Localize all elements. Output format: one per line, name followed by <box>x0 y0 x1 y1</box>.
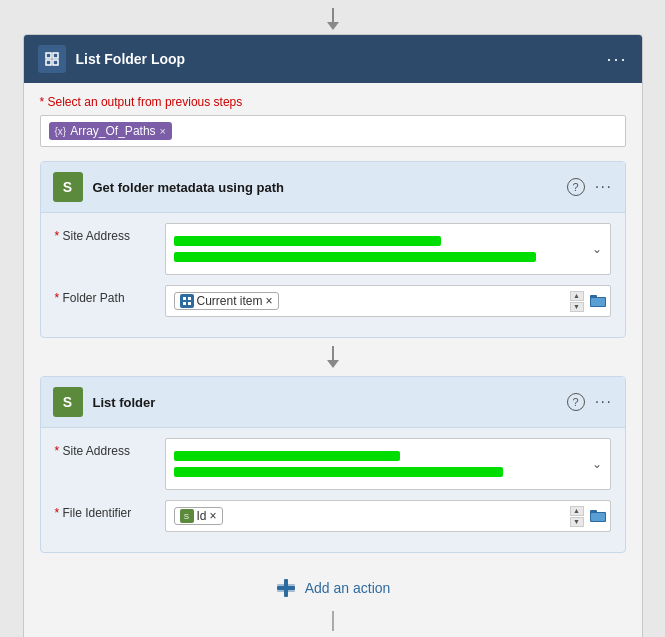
id-token-close[interactable]: × <box>210 509 217 523</box>
loop-title: List Folder Loop <box>76 51 607 67</box>
site-address-dropdown-arrow[interactable]: ⌄ <box>592 242 602 256</box>
token-close-button[interactable]: × <box>160 125 166 137</box>
add-action-section: Add an action <box>24 553 642 607</box>
folder-path-row: Folder Path Current item × ▲ ▼ <box>55 285 611 317</box>
add-action-icon <box>275 577 297 599</box>
file-identifier-row: File Identifier S Id × ▲ ▼ <box>55 500 611 532</box>
folder-path-stepper[interactable]: ▲ ▼ <box>570 291 584 312</box>
folder-path-label: Folder Path <box>55 285 165 305</box>
loop-header: List Folder Loop ··· <box>24 35 642 83</box>
id-token: S Id × <box>174 507 223 525</box>
svg-rect-9 <box>188 302 191 305</box>
list-site-address-label: Site Address <box>55 438 165 458</box>
token-input[interactable]: {x} Array_Of_Paths × <box>40 115 626 147</box>
list-folder-block: S List folder ? ··· Site Address <box>40 376 626 553</box>
current-item-token: Current item × <box>174 292 279 310</box>
svg-rect-6 <box>183 297 186 300</box>
bottom-connector <box>24 607 642 635</box>
file-identifier-input[interactable]: S Id × ▲ ▼ <box>165 500 611 532</box>
list-site-dropdown-arrow[interactable]: ⌄ <box>592 457 602 471</box>
site-address-row: Site Address ⌄ <box>55 223 611 275</box>
get-folder-help-button[interactable]: ? <box>567 178 585 196</box>
add-action-label: Add an action <box>305 580 391 596</box>
get-folder-header-icons: ? ··· <box>567 178 613 196</box>
middle-connector-arrow <box>24 338 642 376</box>
list-folder-body: Site Address ⌄ File Identifier <box>41 428 625 552</box>
top-connector-arrow <box>324 0 342 34</box>
list-folder-menu-button[interactable]: ··· <box>595 393 613 411</box>
stepper-up[interactable]: ▲ <box>570 291 584 301</box>
site-address-label: Site Address <box>55 223 165 243</box>
folder-path-input[interactable]: Current item × ▲ ▼ <box>165 285 611 317</box>
select-output-section: Select an output from previous steps {x}… <box>24 83 642 161</box>
file-identifier-label: File Identifier <box>55 500 165 520</box>
svg-rect-12 <box>591 298 605 306</box>
svg-rect-3 <box>53 53 58 58</box>
svg-rect-8 <box>183 302 186 305</box>
svg-rect-5 <box>53 60 58 65</box>
id-token-icon: S <box>180 509 194 523</box>
svg-rect-2 <box>46 53 51 58</box>
get-folder-metadata-block: S Get folder metadata using path ? ··· S… <box>40 161 626 338</box>
page-wrapper: List Folder Loop ··· Select an output fr… <box>0 0 665 637</box>
file-id-stepper[interactable]: ▲ ▼ <box>570 506 584 527</box>
stepper-down[interactable]: ▼ <box>570 302 584 312</box>
svg-rect-7 <box>188 297 191 300</box>
get-folder-menu-button[interactable]: ··· <box>595 178 613 196</box>
loop-container: List Folder Loop ··· Select an output fr… <box>23 34 643 637</box>
current-item-token-icon <box>180 294 194 308</box>
loop-menu-button[interactable]: ··· <box>606 49 627 70</box>
list-folder-help-button[interactable]: ? <box>567 393 585 411</box>
token-fx-icon: {x} <box>55 126 67 137</box>
get-folder-header: S Get folder metadata using path ? ··· <box>41 162 625 213</box>
svg-rect-21 <box>284 579 288 597</box>
current-item-label: Current item <box>197 294 263 308</box>
list-site-redacted-2 <box>174 467 504 477</box>
token-label: Array_Of_Paths <box>70 124 155 138</box>
svg-rect-4 <box>46 60 51 65</box>
list-site-address-input[interactable]: ⌄ <box>165 438 611 490</box>
list-folder-header-icons: ? ··· <box>567 393 613 411</box>
svg-marker-14 <box>327 360 339 368</box>
add-action-button[interactable]: Add an action <box>275 577 391 599</box>
get-folder-title: Get folder metadata using path <box>93 180 567 195</box>
site-address-input[interactable]: ⌄ <box>165 223 611 275</box>
file-id-browse-button[interactable] <box>590 508 606 525</box>
svg-marker-1 <box>327 22 339 30</box>
list-folder-title: List folder <box>93 395 567 410</box>
array-of-paths-token[interactable]: {x} Array_Of_Paths × <box>49 122 173 140</box>
list-folder-header: S List folder ? ··· <box>41 377 625 428</box>
site-address-redacted-2 <box>174 252 537 262</box>
bottom-vline <box>332 611 334 631</box>
loop-header-icon <box>38 45 66 73</box>
list-site-redacted-1 <box>174 451 401 461</box>
file-id-stepper-down[interactable]: ▼ <box>570 517 584 527</box>
file-id-stepper-up[interactable]: ▲ <box>570 506 584 516</box>
list-site-address-row: Site Address ⌄ <box>55 438 611 490</box>
id-token-label: Id <box>197 509 207 523</box>
folder-browse-button[interactable] <box>590 293 606 310</box>
svg-rect-17 <box>591 513 605 521</box>
select-output-label: Select an output from previous steps <box>40 95 626 109</box>
list-folder-icon: S <box>53 387 83 417</box>
current-item-close[interactable]: × <box>266 294 273 308</box>
get-folder-icon: S <box>53 172 83 202</box>
get-folder-body: Site Address ⌄ Folder Path <box>41 213 625 337</box>
site-address-redacted-1 <box>174 236 442 246</box>
